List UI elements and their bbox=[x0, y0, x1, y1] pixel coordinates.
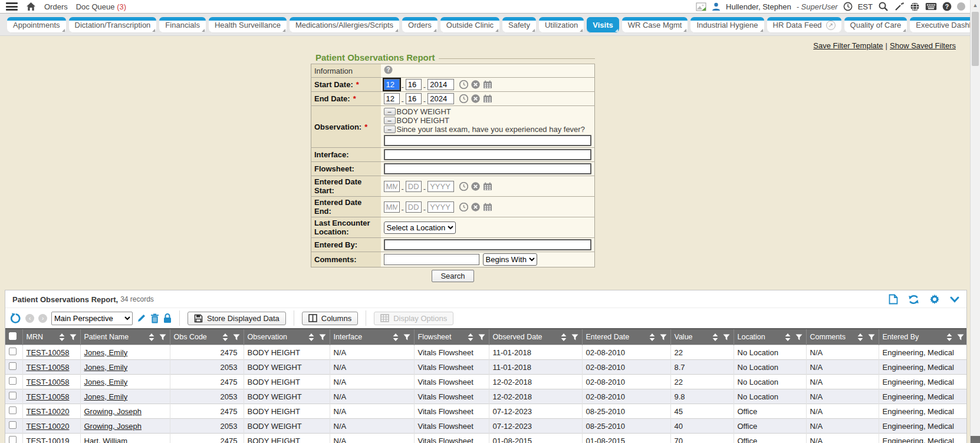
entered-date-start-clear-icon[interactable] bbox=[471, 182, 480, 191]
observation-search-input[interactable] bbox=[384, 135, 591, 146]
filter-funnel-icon[interactable] bbox=[159, 334, 166, 340]
save-filter-template-link[interactable]: Save Filter Template bbox=[813, 41, 883, 50]
scrollbar-up-arrow[interactable]: ▲ bbox=[971, 0, 980, 10]
tab-wr-case-mgmt[interactable]: WR Case Mgmt bbox=[622, 17, 688, 33]
entered-date-end-month-input[interactable] bbox=[384, 201, 400, 213]
row-checkbox[interactable] bbox=[9, 362, 17, 370]
filter-funnel-icon[interactable] bbox=[319, 334, 326, 340]
column-header-location[interactable]: Location bbox=[734, 329, 806, 345]
entered-date-end-calendar-icon[interactable] bbox=[483, 203, 492, 211]
patient-name-link[interactable]: Jones, Emily bbox=[84, 378, 128, 386]
tab-hr-data-feed[interactable]: HR Data Feed↗ bbox=[767, 17, 841, 33]
filter-funnel-icon[interactable] bbox=[868, 334, 875, 340]
entered-date-end-clear-icon[interactable] bbox=[471, 203, 480, 211]
remove-observation-icon[interactable]: – bbox=[384, 108, 396, 115]
user-name[interactable]: Hullender, Stephen bbox=[726, 2, 791, 11]
filter-funnel-icon[interactable] bbox=[70, 334, 77, 340]
columns-button[interactable]: Columns bbox=[302, 312, 358, 325]
mrn-link[interactable]: TEST-10058 bbox=[27, 378, 70, 386]
mrn-link[interactable]: TEST-10058 bbox=[27, 348, 70, 357]
start-date-month-input[interactable] bbox=[384, 79, 400, 90]
end-date-day-input[interactable] bbox=[406, 93, 422, 104]
remove-observation-icon[interactable]: – bbox=[384, 117, 396, 124]
sort-icon[interactable] bbox=[946, 333, 952, 341]
filter-funnel-icon[interactable] bbox=[571, 334, 578, 340]
column-header-entered-by[interactable]: Entered By bbox=[879, 329, 967, 345]
refresh-icon[interactable] bbox=[908, 295, 919, 305]
sort-icon[interactable] bbox=[468, 333, 473, 341]
column-header-mrn[interactable]: MRN bbox=[22, 329, 80, 345]
new-document-icon[interactable] bbox=[889, 294, 898, 305]
sort-icon[interactable] bbox=[649, 333, 655, 341]
help-icon[interactable]: ? bbox=[942, 2, 952, 11]
gear-icon[interactable] bbox=[929, 294, 940, 305]
search-button[interactable]: Search bbox=[432, 270, 473, 282]
row-checkbox[interactable] bbox=[9, 436, 17, 443]
sort-icon[interactable] bbox=[222, 333, 228, 341]
entered-by-input[interactable] bbox=[384, 239, 591, 250]
filter-funnel-icon[interactable] bbox=[403, 334, 410, 340]
sort-icon[interactable] bbox=[561, 333, 567, 341]
chevron-down-icon[interactable] bbox=[950, 296, 959, 303]
entered-date-end-year-input[interactable] bbox=[427, 201, 454, 213]
entered-date-end-day-input[interactable] bbox=[406, 201, 422, 213]
column-header-obs-code[interactable]: Obs Code bbox=[170, 329, 244, 345]
start-date-year-input[interactable] bbox=[427, 79, 454, 90]
vertical-scrollbar[interactable]: ▲ bbox=[970, 0, 980, 443]
tab-orders[interactable]: Orders bbox=[402, 17, 438, 33]
wand-icon[interactable] bbox=[894, 1, 905, 12]
timezone-label[interactable]: EST bbox=[858, 2, 873, 11]
patient-name-link[interactable]: Growing, Joseph bbox=[84, 407, 142, 416]
last-encounter-location-select[interactable]: Select a Location bbox=[384, 221, 456, 234]
tab-outside-clinic[interactable]: Outside Clinic bbox=[440, 17, 499, 33]
scrollbar-thumb[interactable] bbox=[972, 12, 979, 66]
screenshot-image-icon[interactable] bbox=[696, 2, 706, 11]
mrn-link[interactable]: TEST-10019 bbox=[27, 437, 70, 443]
mrn-link[interactable]: TEST-10020 bbox=[27, 407, 70, 416]
tab-safety[interactable]: Safety bbox=[502, 17, 536, 33]
mrn-link[interactable]: TEST-10058 bbox=[27, 363, 70, 372]
row-checkbox[interactable] bbox=[9, 377, 17, 385]
tab-dictation-transcription[interactable]: Dictation/Transcription bbox=[69, 17, 157, 33]
end-date-month-input[interactable] bbox=[384, 93, 400, 104]
external-link-icon[interactable]: ↗ bbox=[826, 21, 836, 30]
tab-medications-allergies-scripts[interactable]: Medications/Allergies/Scripts bbox=[290, 17, 399, 33]
column-header-entered-date[interactable]: Entered Date bbox=[582, 329, 670, 345]
mrn-link[interactable]: TEST-10020 bbox=[27, 422, 70, 431]
tab-financials[interactable]: Financials bbox=[159, 17, 206, 33]
filter-funnel-icon[interactable] bbox=[723, 334, 730, 340]
filter-funnel-icon[interactable] bbox=[478, 334, 485, 340]
delete-perspective-icon[interactable] bbox=[150, 313, 159, 323]
patient-name-link[interactable]: Jones, Emily bbox=[84, 363, 128, 372]
tab-health-surveillance[interactable]: Health Surveillance bbox=[209, 17, 287, 33]
row-checkbox[interactable] bbox=[9, 421, 17, 429]
column-header-comments[interactable]: Comments bbox=[806, 329, 879, 345]
search-icon[interactable] bbox=[878, 1, 889, 12]
show-saved-filters-link[interactable]: Show Saved Filters bbox=[890, 41, 956, 50]
filter-funnel-icon[interactable] bbox=[795, 334, 803, 340]
mrn-link[interactable]: TEST-10058 bbox=[27, 392, 70, 401]
patient-name-link[interactable]: Jones, Emily bbox=[84, 348, 128, 357]
start-date-day-input[interactable] bbox=[406, 79, 422, 90]
comments-match-select[interactable]: Begins With bbox=[483, 253, 537, 266]
column-header-flowsheet[interactable]: Flowsheet bbox=[414, 329, 489, 345]
row-checkbox[interactable] bbox=[9, 392, 17, 399]
column-header-value[interactable]: Value bbox=[670, 329, 734, 345]
patient-name-link[interactable]: Hart, William bbox=[84, 437, 128, 443]
start-date-clear-icon[interactable] bbox=[471, 80, 480, 89]
row-checkbox[interactable] bbox=[9, 406, 17, 414]
sort-icon[interactable] bbox=[857, 333, 863, 341]
sort-icon[interactable] bbox=[59, 333, 65, 341]
entered-date-start-day-input[interactable] bbox=[406, 181, 422, 192]
globe-icon[interactable] bbox=[910, 2, 920, 12]
column-header-observation[interactable]: Observation bbox=[244, 329, 330, 345]
tab-appointments[interactable]: Appointments bbox=[7, 17, 66, 33]
topbar-doc-queue-link[interactable]: Doc Queue (3) bbox=[76, 2, 126, 11]
home-icon[interactable] bbox=[26, 2, 36, 11]
patient-name-link[interactable]: Jones, Emily bbox=[84, 392, 128, 401]
entered-date-end-time-icon[interactable] bbox=[459, 203, 468, 211]
perspective-select[interactable]: Main Perspective bbox=[51, 312, 133, 325]
topbar-orders-link[interactable]: Orders bbox=[44, 2, 68, 11]
start-date-time-icon[interactable] bbox=[459, 80, 468, 89]
entered-date-start-year-input[interactable] bbox=[427, 181, 454, 192]
